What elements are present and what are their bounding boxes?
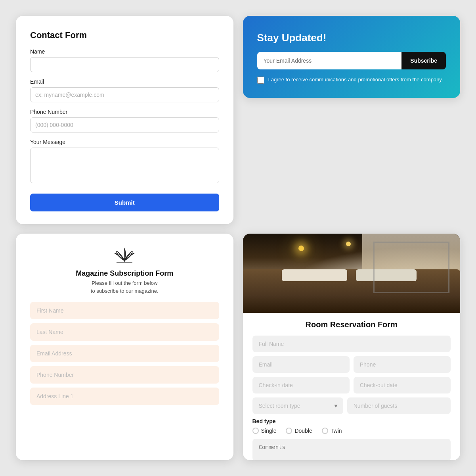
phone-group: Phone Number xyxy=(30,109,219,132)
newsletter-email-input[interactable] xyxy=(257,52,402,69)
magazine-subtitle: Please fill out the form below to subscr… xyxy=(30,279,219,295)
bed-radio-double xyxy=(286,428,292,434)
room-type-select[interactable]: Select room type Single Double Suite Del… xyxy=(252,397,343,414)
contact-form-card: Contact Form Name Email Phone Number You… xyxy=(16,16,233,224)
subscribe-button[interactable]: Subscribe xyxy=(401,52,446,69)
room-guests-input[interactable] xyxy=(347,397,451,414)
newsletter-input-row: Subscribe xyxy=(257,52,446,69)
magazine-logo xyxy=(30,246,219,265)
bed-option-single[interactable]: Single xyxy=(252,428,277,434)
name-label: Name xyxy=(30,48,219,55)
agree-text: I agree to receive communications and pr… xyxy=(268,76,443,84)
room-dates-row xyxy=(252,377,451,393)
room-phone-input[interactable] xyxy=(354,356,451,373)
bed-radio-twin xyxy=(322,428,328,434)
bed-type-label: Bed type xyxy=(252,418,451,424)
magazine-phone-input[interactable] xyxy=(30,366,219,384)
bed-option-twin[interactable]: Twin xyxy=(322,428,342,434)
magazine-first-name-input[interactable] xyxy=(30,302,219,319)
newsletter-title: Stay Updated! xyxy=(257,32,446,44)
lotus-icon xyxy=(113,246,136,263)
magazine-form-card: Magazine Subscription Form Please fill o… xyxy=(16,234,233,460)
bed-label-double: Double xyxy=(294,428,312,434)
email-group: Email xyxy=(30,79,219,102)
newsletter-agree-row: I agree to receive communications and pr… xyxy=(257,76,446,84)
message-textarea[interactable] xyxy=(30,148,219,183)
room-reservation-card: Room Reservation Form Select room type S… xyxy=(243,234,461,460)
message-group: Your Message xyxy=(30,139,219,185)
bed-option-double[interactable]: Double xyxy=(286,428,312,434)
room-title: Room Reservation Form xyxy=(243,320,461,329)
room-email-phone-row xyxy=(252,356,451,373)
contact-form-title: Contact Form xyxy=(30,30,219,40)
submit-button[interactable]: Submit xyxy=(30,194,219,211)
bed-label-twin: Twin xyxy=(331,428,342,434)
bed-label-single: Single xyxy=(261,428,277,434)
newsletter-card: Stay Updated! Subscribe I agree to recei… xyxy=(243,16,461,98)
room-type-select-wrap: Select room type Single Double Suite Del… xyxy=(252,397,343,414)
phone-label: Phone Number xyxy=(30,109,219,115)
message-label: Your Message xyxy=(30,139,219,145)
magazine-email-input[interactable] xyxy=(30,345,219,362)
email-input[interactable] xyxy=(30,87,219,102)
room-checkout-input[interactable] xyxy=(354,377,451,393)
room-image-inner xyxy=(243,234,461,313)
name-input[interactable] xyxy=(30,57,219,72)
agree-checkbox[interactable] xyxy=(257,77,264,84)
room-image xyxy=(243,234,461,313)
room-email-input[interactable] xyxy=(252,356,350,373)
room-checkin-input[interactable] xyxy=(252,377,350,393)
bed-type-section: Bed type Single Double Twin xyxy=(252,418,451,434)
room-fullname-input[interactable] xyxy=(252,336,451,352)
magazine-last-name-input[interactable] xyxy=(30,323,219,341)
room-type-guests-row: Select room type Single Double Suite Del… xyxy=(252,397,451,414)
room-comments-textarea[interactable] xyxy=(252,439,451,460)
name-group: Name xyxy=(30,48,219,72)
bed-radio-single xyxy=(252,428,259,434)
email-label: Email xyxy=(30,79,219,85)
bed-type-options: Single Double Twin xyxy=(252,428,451,434)
magazine-title: Magazine Subscription Form xyxy=(30,269,219,278)
room-form: Select room type Single Double Suite Del… xyxy=(243,336,461,460)
phone-input[interactable] xyxy=(30,117,219,132)
magazine-address-input[interactable] xyxy=(30,388,219,405)
